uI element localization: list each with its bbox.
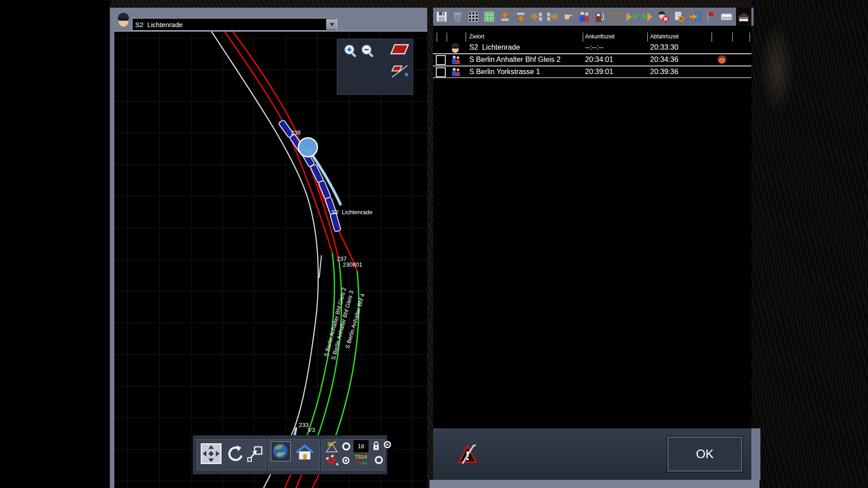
- row-abfahrtszeit: 20:39:36: [650, 68, 678, 76]
- grid-view-button[interactable]: [467, 8, 480, 26]
- insert-button[interactable]: [530, 8, 543, 26]
- ok-button[interactable]: OK: [668, 437, 742, 471]
- magnet-snap-icon[interactable]: [324, 454, 339, 467]
- table-row[interactable]: S Berlin Yorkstrasse 1 20:39:01 20:39:36: [433, 66, 751, 78]
- console-button[interactable]: [720, 8, 733, 26]
- add-service-back-button[interactable]: [641, 8, 654, 26]
- row-ankunftszeit: --:--:--: [585, 43, 604, 52]
- home-icon[interactable]: [295, 443, 314, 460]
- marker-small-icon[interactable]: [390, 63, 409, 79]
- editor-toolbar: ☛: [433, 8, 754, 26]
- row-zielort: S Berlin Yorkstrasse 1: [469, 68, 540, 76]
- route-label: S2 Lichtenrade: [331, 209, 373, 216]
- dialog-side-strip: [751, 428, 760, 480]
- dropdown-arrow-button[interactable]: [326, 19, 337, 30]
- expand-arrows-icon: [610, 11, 622, 23]
- column-separator: [712, 33, 712, 42]
- track-id-233: 233: [299, 422, 309, 428]
- track-neutral: [212, 32, 318, 488]
- column-header-zielort[interactable]: Zielort: [469, 33, 484, 40]
- row-abfahrtszeit: 20:34:36: [650, 56, 678, 64]
- timetable-panel: ☛: [433, 8, 751, 488]
- table-row[interactable]: S Berlin Anhalter Bhf Gleis 2 20:34:01 2…: [433, 54, 751, 66]
- flag-button[interactable]: [704, 8, 717, 26]
- confirm-dialog: OK: [433, 428, 751, 480]
- save-button[interactable]: [435, 8, 448, 26]
- move-tool-icon[interactable]: [201, 443, 222, 464]
- lock-radio[interactable]: [383, 440, 392, 449]
- column-header-ankunftszeit[interactable]: Ankunftszeit: [585, 33, 614, 40]
- track-map[interactable]: 239 S2 Lichtenrade 237 230801 233 V3 S B…: [114, 32, 427, 488]
- row-checkbox[interactable]: [436, 67, 446, 77]
- scene-background-gap: [427, 0, 433, 488]
- rotate-tool-icon[interactable]: [226, 445, 244, 463]
- magnet-snap-radio[interactable]: [341, 456, 350, 465]
- remove-driver-button[interactable]: [657, 8, 670, 26]
- insert-right-icon: [531, 11, 542, 23]
- remove-driver-icon: [657, 11, 669, 23]
- passengers-icon: [578, 11, 590, 23]
- column-separator: [437, 33, 437, 42]
- angle-snap-icon[interactable]: 30°: [325, 441, 339, 453]
- column-separator: [750, 33, 750, 42]
- portal-button[interactable]: [689, 8, 701, 26]
- add-service-front-button[interactable]: [625, 8, 638, 26]
- lower-button[interactable]: [514, 8, 527, 26]
- lock-icon[interactable]: [372, 440, 380, 452]
- table-row[interactable]: S2 Lichtenrade --:--:-- 20:33:30: [433, 42, 751, 53]
- map-toolbar: 30° 18: [193, 435, 387, 474]
- zoom-out-icon[interactable]: [361, 44, 375, 58]
- passengers-icon: [451, 67, 461, 77]
- zoom-in-icon[interactable]: [344, 44, 358, 58]
- service-selector-value: S2 Lichtenrade: [132, 21, 326, 28]
- driver-icon: [450, 42, 461, 53]
- expand-button[interactable]: [609, 8, 622, 26]
- depot-button[interactable]: [736, 8, 751, 26]
- map-control-panel: [337, 39, 413, 95]
- grid-colored-view-button[interactable]: [483, 8, 495, 26]
- ts14-radio[interactable]: [374, 455, 384, 465]
- column-separator: [447, 33, 447, 42]
- editor-screen: S2 Lichtenrade: [0, 0, 868, 488]
- service-settings-button[interactable]: [673, 8, 685, 26]
- track-id-v3: V3: [308, 427, 315, 433]
- column-header-abfahrtszeit[interactable]: Abfahrtszeit: [650, 33, 679, 40]
- track-id-230801: 230801: [343, 261, 362, 268]
- raise-button[interactable]: [499, 8, 511, 26]
- fuel-button[interactable]: [594, 8, 606, 26]
- row-checkbox[interactable]: [436, 55, 446, 65]
- extract-button[interactable]: [546, 8, 559, 26]
- chevron-down-icon: [330, 23, 334, 26]
- train-number-label: 239: [291, 129, 301, 136]
- flag-icon: [705, 11, 717, 23]
- fuel-pump-icon: [594, 11, 606, 23]
- delete-button[interactable]: [451, 8, 464, 26]
- passengers-button[interactable]: [578, 8, 590, 26]
- driver-icon: [116, 11, 131, 28]
- service-selector[interactable]: S2 Lichtenrade: [132, 18, 337, 31]
- row-zielort: S2 Lichtenrade: [469, 43, 520, 52]
- column-separator: [732, 33, 733, 42]
- warning-icon: [458, 444, 477, 465]
- angle-snap-radio[interactable]: [341, 441, 351, 451]
- grid-colored-icon: [483, 11, 495, 23]
- grid-size-text: 18: [358, 443, 364, 450]
- add-back-icon: [642, 11, 653, 23]
- globe-icon[interactable]: [272, 443, 288, 459]
- ts14-snap-icon[interactable]: TS14: [355, 455, 370, 466]
- grid-size-value[interactable]: 18: [354, 440, 368, 452]
- column-separator: [466, 33, 466, 42]
- marker-large-icon[interactable]: [389, 42, 410, 56]
- selection-circle[interactable]: [298, 138, 317, 157]
- track-map-canvas: 239 S2 Lichtenrade 237 230801 233 V3 S B…: [114, 32, 427, 488]
- row-ankunftszeit: 20:34:01: [585, 56, 613, 64]
- angle-snap-label: 30°: [327, 442, 334, 447]
- train-car[interactable]: [330, 213, 341, 232]
- console-icon: [721, 11, 732, 23]
- row-ankunftszeit: 20:39:01: [585, 68, 613, 76]
- row-separator: [433, 77, 751, 78]
- pointer-button[interactable]: ☛: [562, 8, 575, 26]
- free-move-tool-icon[interactable]: [246, 446, 264, 463]
- platform-marker: [319, 255, 321, 278]
- arrow-up-box-icon: [499, 11, 511, 23]
